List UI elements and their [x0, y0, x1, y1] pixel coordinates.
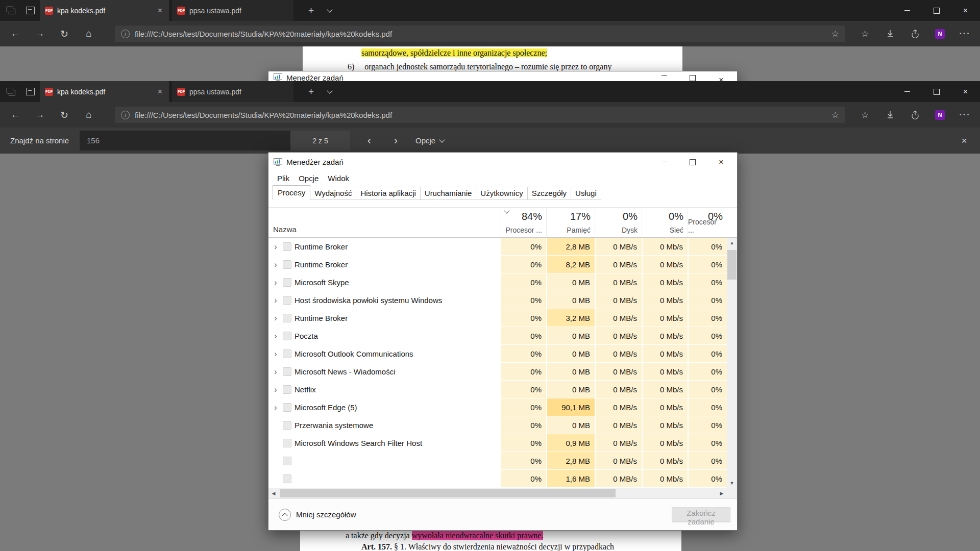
onenote-extension-icon[interactable]: N	[927, 21, 952, 46]
url-field[interactable]: i file:///C:/Users/test/Documents/Studia…	[115, 107, 845, 123]
home-icon[interactable]: ⌂	[77, 21, 101, 46]
find-close-icon[interactable]: ×	[953, 131, 975, 151]
tab-close-icon[interactable]: ×	[156, 87, 164, 96]
horizontal-scrollbar-thumb[interactable]	[280, 489, 616, 497]
forward-icon[interactable]: →	[28, 102, 52, 128]
column-header-disk[interactable]: 0% Dysk	[595, 208, 642, 237]
process-row[interactable]: 0% 2,8 MB 0 MB/s 0 Mb/s 0%	[268, 452, 727, 470]
scroll-up-icon[interactable]: ▲	[727, 238, 737, 247]
tab-historia-aplikacji[interactable]: Historia aplikacji	[356, 187, 420, 200]
maximize-button[interactable]	[678, 153, 707, 171]
minimize-button[interactable]	[893, 81, 922, 102]
more-menu-icon[interactable]: ···	[952, 102, 977, 128]
find-input[interactable]	[80, 136, 290, 145]
tab-uslugi[interactable]: Usługi	[571, 187, 601, 200]
tab-uruchamianie[interactable]: Uruchamianie	[420, 187, 477, 200]
column-header-cpu[interactable]: 84% Procesor ...	[500, 208, 546, 237]
close-button[interactable]: ×	[951, 0, 980, 21]
close-button[interactable]: ×	[951, 81, 980, 102]
expand-chevron-icon[interactable]: ›	[272, 242, 280, 252]
browser-tab-inactive[interactable]: PDF ppsa ustawa.pdf	[172, 0, 293, 21]
set-tabs-aside-icon[interactable]	[21, 0, 39, 21]
scroll-down-icon[interactable]: ▼	[727, 478, 737, 488]
maximize-button[interactable]	[922, 0, 951, 21]
more-menu-icon[interactable]: ···	[952, 21, 977, 46]
column-header-network[interactable]: 0% Sieć	[642, 208, 688, 237]
process-row[interactable]: › Runtime Broker 0% 2,8 MB 0 MB/s 0 Mb/s…	[268, 238, 727, 256]
url-field[interactable]: i file:///C:/Users/test/Documents/Studia…	[115, 26, 845, 42]
tab-close-icon[interactable]: ×	[156, 6, 164, 15]
onenote-extension-icon[interactable]: N	[927, 102, 952, 128]
browser-tab-inactive[interactable]: PDF ppsa ustawa.pdf	[172, 81, 293, 102]
add-favorite-star-icon[interactable]: ☆	[831, 110, 839, 120]
column-header-name[interactable]: Nazwa	[268, 208, 500, 237]
menu-widok[interactable]: Widok	[323, 174, 354, 183]
expand-chevron-icon[interactable]: ›	[272, 403, 280, 412]
process-row[interactable]: › Poczta 0% 0 MB 0 MB/s 0 Mb/s 0%	[268, 327, 727, 345]
process-row[interactable]: Przerwania systemowe 0% 0 MB 0 MB/s 0 Mb…	[268, 416, 727, 434]
home-icon[interactable]: ⌂	[77, 102, 101, 128]
expand-chevron-icon[interactable]: ›	[272, 314, 280, 323]
process-row[interactable]: › Runtime Broker 0% 3,2 MB 0 MB/s 0 Mb/s…	[268, 309, 727, 327]
share-icon[interactable]	[902, 21, 927, 46]
expand-chevron-icon[interactable]: ›	[272, 332, 280, 341]
process-row[interactable]: › Microsoft Outlook Communications 0% 0 …	[268, 345, 727, 363]
tab-list-button[interactable]	[322, 0, 337, 21]
maximize-button[interactable]	[922, 81, 951, 102]
less-details-button[interactable]: Mniej szczegółów	[276, 508, 359, 521]
process-row[interactable]: › Microsoft Edge (5) 0% 90,1 MB 0 MB/s 0…	[268, 398, 727, 416]
vertical-scrollbar[interactable]: ▲ ▼	[727, 238, 737, 488]
expand-chevron-icon[interactable]: ›	[272, 367, 280, 377]
process-row[interactable]: Microsoft Windows Search Filter Host 0% …	[268, 434, 727, 452]
process-row[interactable]: › Microsoft Skype 0% 0 MB 0 MB/s 0 Mb/s …	[268, 273, 727, 291]
vertical-scrollbar-thumb[interactable]	[727, 250, 737, 280]
scroll-right-icon[interactable]: ▶	[717, 488, 727, 498]
tab-preview-icon[interactable]	[2, 81, 19, 102]
find-previous-icon[interactable]: ‹	[357, 131, 381, 151]
browser-tab-active[interactable]: PDF kpa kodeks.pdf ×	[40, 0, 169, 21]
minimize-button[interactable]	[650, 153, 678, 171]
end-task-button[interactable]: Zakończ zadanie	[672, 507, 730, 522]
browser-tab-active[interactable]: PDF kpa kodeks.pdf ×	[40, 81, 169, 102]
forward-icon[interactable]: →	[28, 21, 52, 46]
menu-plik[interactable]: Plik	[273, 174, 294, 183]
process-row[interactable]: › Runtime Broker 0% 8,2 MB 0 MB/s 0 Mb/s…	[268, 256, 727, 273]
expand-chevron-icon[interactable]: ›	[272, 296, 280, 305]
favorites-hub-icon[interactable]: ☆	[852, 102, 877, 128]
set-tabs-aside-icon[interactable]	[21, 81, 39, 102]
refresh-icon[interactable]: ↻	[52, 21, 77, 46]
tab-procesy[interactable]: Procesy	[273, 185, 310, 200]
tab-uzytkownicy[interactable]: Użytkownicy	[476, 187, 527, 200]
scroll-left-icon[interactable]: ◀	[268, 488, 279, 498]
favorites-hub-icon[interactable]: ☆	[852, 21, 877, 46]
share-icon[interactable]	[902, 102, 927, 128]
horizontal-scrollbar[interactable]: ◀ ▶	[268, 488, 737, 498]
add-favorite-star-icon[interactable]: ☆	[831, 29, 839, 39]
refresh-icon[interactable]: ↻	[52, 102, 77, 128]
column-header-cpu2[interactable]: 0% Procesor ...	[688, 208, 727, 237]
process-row[interactable]: › Host środowiska powłoki systemu Window…	[268, 291, 727, 309]
tab-wydajnosc[interactable]: Wydajność	[310, 187, 356, 200]
column-header-memory[interactable]: 17% Pamięć	[546, 208, 595, 237]
site-info-icon[interactable]: i	[121, 111, 130, 119]
expand-chevron-icon[interactable]: ›	[272, 385, 280, 394]
minimize-button[interactable]	[893, 0, 922, 21]
back-icon[interactable]: ←	[3, 21, 28, 46]
downloads-icon[interactable]	[877, 102, 902, 128]
process-row[interactable]: 0% 1,6 MB 0 MB/s 0 Mb/s 0%	[268, 470, 727, 488]
process-row[interactable]: › Microsoft News - Wiadomości 0% 0 MB 0 …	[268, 363, 727, 381]
expand-chevron-icon[interactable]: ›	[272, 278, 280, 287]
close-button[interactable]: ×	[707, 153, 736, 171]
new-tab-button[interactable]: +	[303, 0, 319, 21]
tab-szczegoly[interactable]: Szczegóły	[527, 187, 571, 200]
find-options-button[interactable]: Opcje	[411, 131, 448, 151]
tab-list-button[interactable]	[322, 81, 337, 102]
find-next-icon[interactable]: ›	[384, 131, 408, 151]
new-tab-button[interactable]: +	[303, 81, 319, 102]
tab-preview-icon[interactable]	[2, 0, 19, 21]
process-row[interactable]: › Netflix 0% 0 MB 0 MB/s 0 Mb/s 0%	[268, 381, 727, 398]
site-info-icon[interactable]: i	[121, 30, 130, 38]
expand-chevron-icon[interactable]: ›	[272, 349, 280, 359]
back-icon[interactable]: ←	[3, 102, 28, 128]
expand-chevron-icon[interactable]: ›	[272, 260, 280, 269]
